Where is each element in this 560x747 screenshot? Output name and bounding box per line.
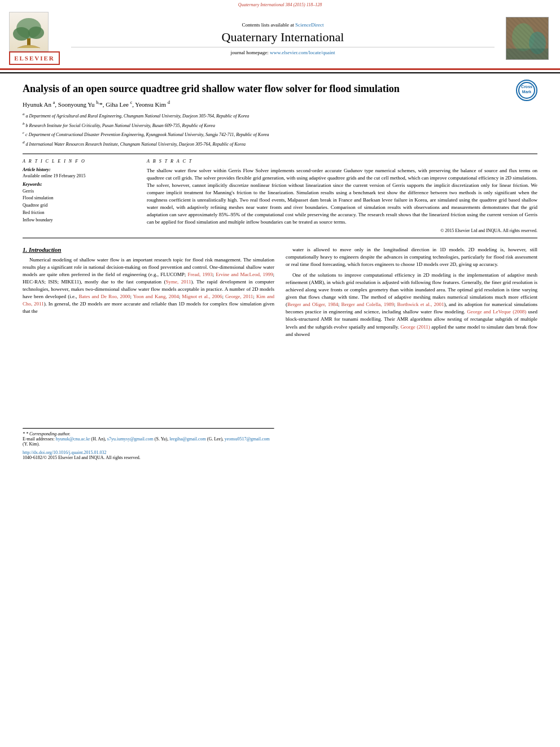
article-info-col: A R T I C L E I N F O Article history: A… <box>23 159 135 233</box>
article-content: Cross Mark Analysis of an open source qu… <box>0 73 560 469</box>
page: Quaternary International 384 (2015) 118–… <box>0 0 560 747</box>
journal-main-title: Quaternary International <box>71 30 495 45</box>
ref-borthwick[interactable]: Borthwick et al., 2001 <box>397 302 444 307</box>
ref-syme[interactable]: Syme, 2011 <box>165 279 191 285</box>
header-content: ELSEVIER Contents lists available at Sci… <box>0 8 560 68</box>
issn-line: 1040-6182/© 2015 Elsevier Ltd and INQUA.… <box>23 455 274 460</box>
ref-george2008[interactable]: George and LeVeque (2008) <box>467 309 526 314</box>
science-direct-line: Contents lists available at ScienceDirec… <box>71 22 495 28</box>
journal-cover-image <box>506 17 549 60</box>
copyright-line: © 2015 Elsevier Ltd and INQUA. All right… <box>147 228 537 233</box>
svg-point-2 <box>28 27 44 39</box>
abstract-col: A B S T R A C T The shallow water flow s… <box>147 159 537 233</box>
body-col-right: water is allowed to move only in the lon… <box>286 246 537 460</box>
svg-rect-4 <box>506 18 549 60</box>
contents-label: Contents lists available at <box>242 22 294 28</box>
history-value: Available online 19 February 2015 <box>23 173 135 178</box>
keywords-label: Keywords: <box>23 182 135 187</box>
ref-george2011b[interactable]: George (2011) <box>400 324 430 330</box>
abstract-text: The shallow water flow solver within Ger… <box>147 167 537 226</box>
keyword-inflow: Inflow boundary <box>23 217 135 224</box>
title-divider <box>23 154 537 154</box>
section-title: Introduction <box>29 246 61 253</box>
email-yu[interactable]: s7yu.iumysy@gmail.com <box>107 436 154 442</box>
tree-graphic <box>9 17 49 51</box>
ref-fread[interactable]: Fread, 1993 <box>188 272 213 277</box>
abstract-divider <box>23 238 537 238</box>
elsevier-logo: ELSEVIER <box>9 12 60 65</box>
keyword-flood: Flood simulation <box>23 195 135 202</box>
keyword-gerris: Gerris <box>23 188 135 195</box>
keyword-friction: Bed friction <box>23 209 135 217</box>
ref-bates[interactable]: Bates and De Roo, 2000 <box>78 294 130 299</box>
ref-mignot[interactable]: Mignot et al., 2006 <box>182 294 222 299</box>
science-direct-link[interactable]: ScienceDirect <box>295 22 323 28</box>
email-an[interactable]: hyunuk@cnu.ac.kr <box>56 436 90 442</box>
article-title: Analysis of an open source quadtree grid… <box>23 82 537 95</box>
journal-header: Quaternary International 384 (2015) 118–… <box>0 0 560 73</box>
affiliation-a: a a Department of Agricultural and Rural… <box>23 111 537 120</box>
doi-link[interactable]: http://dx.doi.org/10.1016/j.quaint.2015.… <box>23 450 107 455</box>
svg-rect-7 <box>506 49 549 60</box>
intro-paragraph-1: Numerical modeling of shallow water flow… <box>23 256 274 315</box>
header-divider <box>0 68 560 70</box>
footnote-block: * * Corresponding author. E-mail address… <box>23 428 274 460</box>
email-lee[interactable]: leegiha@gmail.com <box>169 436 205 442</box>
abstract-label: A B S T R A C T <box>147 159 537 164</box>
homepage-label: journal homepage: <box>231 50 269 55</box>
body-columns: 1. Introduction Numerical modeling of sh… <box>23 246 537 460</box>
footnote-divider <box>23 428 274 429</box>
keyword-quadtree: Quadtree grid <box>23 202 135 209</box>
email-kim[interactable]: yeonsu0517@gmail.com <box>225 436 270 442</box>
article-info-label: A R T I C L E I N F O <box>23 159 135 164</box>
body-section: 1. Introduction Numerical modeling of sh… <box>23 246 537 460</box>
elsevier-brand: ELSEVIER <box>9 51 60 65</box>
authors-line: Hyunuk An a, Soonyoung Yu b,*, Giha Lee … <box>23 100 537 108</box>
svg-point-5 <box>512 23 535 51</box>
svg-point-6 <box>529 32 546 54</box>
affiliation-c: c c Department of Constructional Disaste… <box>23 130 537 138</box>
ref-yoon[interactable]: Yoon and Kang, 2004 <box>133 294 179 299</box>
journal-ref-bar: Quaternary International 384 (2015) 118–… <box>0 0 560 8</box>
section-number: 1. <box>23 246 27 253</box>
corresponding-note: * * Corresponding author. <box>23 431 274 436</box>
ref-george2011[interactable]: George, 2011 <box>225 294 253 299</box>
intro-paragraphs-right: water is allowed to move only in the lon… <box>286 246 537 338</box>
title-block: Cross Mark Analysis of an open source qu… <box>23 82 537 95</box>
journal-homepage-line: journal homepage: www.elsevier.com/locat… <box>71 47 495 55</box>
journal-title-block: Contents lists available at ScienceDirec… <box>60 22 506 55</box>
history-label: Article history: <box>23 167 135 172</box>
email-addresses: E-mail addresses: hyunuk@cnu.ac.kr (H. A… <box>23 436 274 447</box>
journal-thumbnail <box>506 17 551 60</box>
body-col-left: 1. Introduction Numerical modeling of sh… <box>23 246 274 460</box>
doi-line: http://dx.doi.org/10.1016/j.quaint.2015.… <box>23 450 274 455</box>
affiliation-b: b b Research Institute for Social Critic… <box>23 121 537 129</box>
ref-berger1989[interactable]: Berger and Colella, 1989 <box>342 302 394 307</box>
cover-graphic <box>506 18 549 60</box>
svg-text:Mark: Mark <box>522 90 531 94</box>
crossmark-icon: Cross Mark <box>516 80 537 101</box>
keywords-list: Gerris Flood simulation Quadtree grid Be… <box>23 188 135 224</box>
svg-text:Cross: Cross <box>521 85 532 89</box>
ref-berger1984[interactable]: Berger and Oliger, 1984 <box>287 302 338 307</box>
ref-ervine[interactable]: Ervine and MacLeod, 1999 <box>216 272 273 277</box>
article-info-abstract: A R T I C L E I N F O Article history: A… <box>23 159 537 233</box>
affiliations: a a Department of Agricultural and Rural… <box>23 111 537 148</box>
homepage-url[interactable]: www.elsevier.com/locate/quaint <box>270 50 335 55</box>
elsevier-wordmark: ELSEVIER <box>14 55 55 62</box>
journal-ref: Quaternary International 384 (2015) 118–… <box>238 2 322 7</box>
intro-heading: 1. Introduction <box>23 246 274 253</box>
crossmark-badge: Cross Mark <box>516 80 537 101</box>
affiliation-d: d d International Water Resources Resear… <box>23 139 537 148</box>
